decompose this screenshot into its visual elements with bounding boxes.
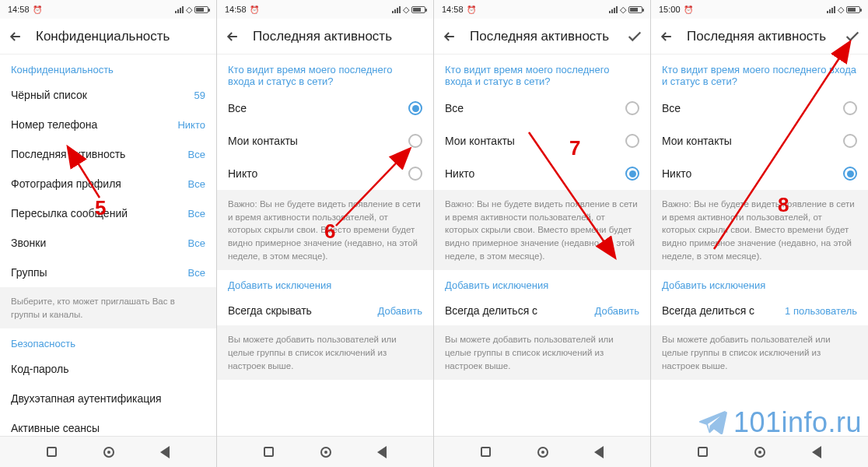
content: Кто видит время моего последнего входа и…	[434, 54, 650, 436]
radio-icon	[625, 101, 639, 115]
option-contacts[interactable]: Мои контакты	[434, 125, 650, 157]
wifi-icon: ◇	[403, 5, 409, 15]
calls-row[interactable]: ЗвонкиВсе	[0, 228, 216, 258]
confirm-button[interactable]	[625, 27, 644, 46]
section-privacy: Конфиденциальность	[0, 54, 216, 80]
android-nav	[651, 436, 868, 467]
back-button[interactable]	[6, 27, 25, 46]
nav-recent[interactable]	[698, 447, 708, 457]
alarm-icon: ⏰	[684, 5, 693, 14]
option-all[interactable]: Все	[651, 92, 868, 125]
alarm-icon: ⏰	[467, 5, 476, 14]
forward-value: Все	[188, 208, 205, 219]
option-all[interactable]: Все	[434, 92, 650, 125]
back-button[interactable]	[223, 27, 242, 46]
exceptions-note: Вы можете добавить пользователей или цел…	[651, 325, 868, 380]
exceptions-title: Добавить исключения	[434, 270, 650, 296]
arrow-left-icon	[8, 29, 23, 44]
always-share-row[interactable]: Всегда делиться с1 пользователь	[651, 296, 868, 325]
nav-recent[interactable]	[264, 447, 274, 457]
nav-recent[interactable]	[481, 447, 491, 457]
confirm-button[interactable]	[843, 27, 862, 46]
arrow-left-icon	[659, 29, 674, 44]
header: Последняя активность	[217, 19, 433, 54]
status-indicators: ◇	[609, 5, 642, 15]
back-button[interactable]	[440, 27, 459, 46]
option-nobody-label: Никто	[445, 167, 474, 180]
calls-label: Звонки	[11, 237, 46, 249]
header: Конфиденциальность	[0, 19, 216, 54]
status-time: 14:58	[442, 5, 464, 14]
nav-back[interactable]	[812, 446, 821, 458]
radio-icon	[843, 134, 857, 148]
radio-icon	[625, 167, 639, 181]
passcode-label: Код-пароль	[11, 363, 69, 375]
arrow-left-icon	[442, 29, 457, 44]
android-nav	[0, 436, 216, 467]
option-nobody[interactable]: Никто	[651, 157, 868, 190]
nav-back[interactable]	[377, 446, 387, 458]
option-all-label: Все	[445, 102, 464, 114]
android-nav	[217, 436, 433, 467]
phone-value: Никто	[177, 119, 205, 131]
blacklist-value: 59	[194, 90, 205, 101]
add-link[interactable]: Добавить	[595, 305, 639, 317]
phone-screen-3: 14:58⏰ ◇ Последняя активность Кто видит …	[434, 0, 651, 467]
phone-row[interactable]: Номер телефонаНикто	[0, 110, 216, 139]
question: Кто видит время моего последнего входа и…	[434, 54, 650, 92]
blacklist-label: Чёрный список	[11, 89, 87, 101]
nav-home[interactable]	[754, 447, 765, 458]
page-title: Последняя активность	[687, 29, 832, 44]
privacy-note: Важно: Вы не будете видеть появление в с…	[651, 190, 868, 270]
groups-value: Все	[188, 267, 205, 279]
twostep-label: Двухэтапная аутентификация	[11, 392, 162, 405]
sessions-row[interactable]: Активные сеансы	[0, 413, 216, 436]
content: Кто видит время моего последнего входа и…	[651, 54, 868, 436]
nav-home[interactable]	[103, 447, 114, 458]
nav-recent[interactable]	[47, 447, 57, 457]
status-time: 15:00	[659, 5, 681, 14]
nav-home[interactable]	[320, 447, 331, 458]
option-all[interactable]: Все	[217, 92, 433, 125]
status-bar: 15:00⏰ ◇	[651, 0, 868, 19]
calls-value: Все	[188, 237, 205, 249]
always-share-row[interactable]: Всегда делиться сДобавить	[434, 296, 650, 325]
nav-back[interactable]	[594, 446, 604, 458]
groups-row[interactable]: ГруппыВсе	[0, 258, 216, 287]
signal-icon	[175, 6, 184, 13]
always-hide-row[interactable]: Всегда скрыватьДобавить	[217, 296, 433, 325]
exceptions-title: Добавить исключения	[217, 270, 433, 296]
twostep-row[interactable]: Двухэтапная аутентификация	[0, 384, 216, 413]
option-nobody[interactable]: Никто	[217, 157, 433, 190]
nav-home[interactable]	[537, 447, 548, 458]
groups-label: Группы	[11, 266, 47, 279]
forward-row[interactable]: Пересылка сообщенийВсе	[0, 198, 216, 228]
lastseen-value: Все	[188, 149, 205, 160]
add-link[interactable]: Добавить	[378, 305, 422, 317]
check-icon	[844, 28, 861, 45]
header: Последняя активность	[651, 19, 868, 54]
photo-row[interactable]: Фотография профиляВсе	[0, 169, 216, 198]
section-security: Безопасность	[0, 328, 216, 354]
phone-screen-2: 14:58⏰ ◇ Последняя активность Кто видит …	[217, 0, 434, 467]
battery-icon	[846, 6, 860, 13]
status-indicators: ◇	[175, 5, 208, 15]
wifi-icon: ◇	[186, 5, 192, 15]
blacklist-row[interactable]: Чёрный список59	[0, 80, 216, 110]
status-bar: 14:58⏰ ◇	[217, 0, 433, 19]
battery-icon	[628, 6, 642, 13]
option-nobody[interactable]: Никто	[434, 157, 650, 190]
user-count[interactable]: 1 пользователь	[785, 305, 857, 317]
lastseen-row[interactable]: Последняя активностьВсе	[0, 139, 216, 169]
radio-icon	[408, 101, 422, 115]
status-indicators: ◇	[827, 5, 860, 15]
passcode-row[interactable]: Код-пароль	[0, 354, 216, 384]
alarm-icon: ⏰	[250, 5, 259, 14]
privacy-note: Важно: Вы не будете видеть появление в с…	[217, 190, 433, 270]
nav-back[interactable]	[160, 446, 170, 458]
back-button[interactable]	[657, 27, 676, 46]
option-contacts[interactable]: Мои контакты	[651, 125, 868, 157]
wifi-icon: ◇	[620, 5, 626, 15]
option-contacts[interactable]: Мои контакты	[217, 125, 433, 157]
photo-value: Все	[188, 178, 205, 190]
